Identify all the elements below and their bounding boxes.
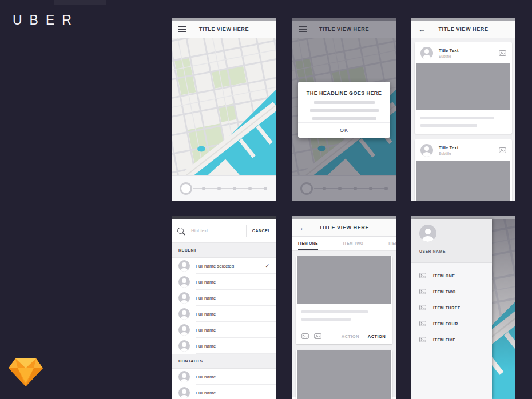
- search-icon: [177, 228, 184, 234]
- row-label: Full name: [196, 328, 216, 333]
- drawer-item-label: ITEM ONE: [433, 274, 455, 278]
- image-icon: [499, 147, 506, 153]
- row-label: Full name: [196, 312, 216, 317]
- avatar: [178, 324, 190, 336]
- slider-dot[interactable]: [217, 187, 221, 190]
- content-card[interactable]: ACTION ACTION: [296, 256, 392, 344]
- screen-map-dialog: TITLE VIEW HERE THE HEADLINE GOES HERE O…: [292, 18, 396, 201]
- list-item[interactable]: Full name: [172, 290, 276, 306]
- card-text-lines: [415, 110, 512, 134]
- cancel-button[interactable]: CANCEL: [252, 229, 271, 233]
- page-title: TITLE VIEW HERE: [172, 26, 276, 32]
- content-card[interactable]: [296, 350, 392, 399]
- hamburger-icon[interactable]: [178, 25, 186, 34]
- image-placeholder: [416, 63, 510, 110]
- timeline-slider: [172, 175, 276, 201]
- slider-dot[interactable]: [264, 187, 267, 190]
- avatar[interactable]: [419, 225, 436, 242]
- drawer-item-label: ITEM TWO: [433, 290, 456, 294]
- nav-drawer: USER NAME ITEM ONE ITEM TWO ITEM THREE: [411, 219, 492, 399]
- check-icon: ✓: [265, 263, 269, 269]
- list-item[interactable]: Full name: [172, 338, 276, 354]
- list-item[interactable]: Full name: [172, 322, 276, 338]
- image-placeholder: [297, 256, 391, 304]
- slider-dot[interactable]: [248, 187, 252, 190]
- drawer-item-three[interactable]: ITEM THREE: [411, 300, 492, 316]
- row-label: Full name: [196, 280, 216, 285]
- action-button-primary[interactable]: ACTION: [368, 334, 386, 339]
- back-icon[interactable]: ←: [418, 26, 426, 33]
- search-input[interactable]: Hint text...: [191, 228, 246, 233]
- image-placeholder: [297, 350, 391, 399]
- list-item-selected[interactable]: Full name selected ✓: [172, 258, 276, 274]
- drawer-profile: USER NAME: [411, 219, 492, 263]
- divider: [246, 225, 247, 237]
- avatar: [420, 47, 433, 59]
- tab-item-one[interactable]: ITEM ONE: [298, 237, 318, 250]
- tab-item-three[interactable]: ITEM THREE: [388, 237, 396, 250]
- list-item[interactable]: Full name: [172, 274, 276, 290]
- ok-button[interactable]: OK: [298, 122, 390, 138]
- avatar: [178, 308, 190, 320]
- alert-dialog: THE HEADLINE GOES HERE OK: [298, 82, 390, 138]
- placeholder-line: [301, 310, 368, 313]
- user-name: USER NAME: [419, 249, 492, 253]
- page-title: TITLE VIEW HERE: [292, 225, 396, 230]
- card-action-row: ACTION ACTION: [296, 328, 392, 344]
- app-bar: ← TITLE VIEW HERE: [411, 21, 515, 38]
- card-header: Title Text Subtitle: [415, 139, 512, 161]
- feed-card[interactable]: Title Text Subtitle: [415, 139, 512, 201]
- placeholder-line: [420, 117, 494, 119]
- drawer-menu: ITEM ONE ITEM TWO ITEM THREE ITEM FOUR I…: [411, 263, 492, 348]
- image-icon: [419, 273, 426, 278]
- drawer-item-one[interactable]: ITEM ONE: [411, 268, 492, 284]
- avatar: [178, 276, 190, 288]
- feed-card[interactable]: Title Text Subtitle: [415, 42, 512, 134]
- card-subtitle: Subtitle: [439, 54, 493, 58]
- list-item[interactable]: Full name: [172, 306, 276, 322]
- map-view: [172, 38, 276, 175]
- drawer-item-five[interactable]: ITEM FIVE: [411, 332, 492, 348]
- placeholder-line: [301, 318, 351, 321]
- drawer-item-label: ITEM THREE: [433, 306, 460, 310]
- screen-tabs-detail: ← TITLE VIEW HERE ITEM ONE ITEM TWO ITEM…: [292, 216, 396, 399]
- screen-nav-drawer: USER NAME ITEM ONE ITEM TWO ITEM THREE: [411, 216, 515, 399]
- list-item[interactable]: Full name: [172, 385, 276, 399]
- card-titles: Title Text Subtitle: [439, 48, 493, 58]
- uber-logo: UBER: [13, 13, 79, 28]
- image-icon[interactable]: [314, 333, 321, 339]
- back-icon[interactable]: ←: [299, 224, 307, 232]
- image-icon: [419, 289, 426, 294]
- slider-dot[interactable]: [233, 187, 236, 190]
- app-bar: ← TITLE VIEW HERE: [292, 219, 396, 237]
- placeholder-line: [420, 124, 477, 127]
- slider-dot[interactable]: [202, 187, 205, 190]
- drawer-item-four[interactable]: ITEM FOUR: [411, 316, 492, 332]
- image-icon: [419, 337, 426, 342]
- card-list: Title Text Subtitle Title Text Subtitle: [411, 38, 515, 201]
- list-item[interactable]: Full name: [172, 369, 276, 385]
- avatar: [178, 340, 190, 352]
- drawer-item-two[interactable]: ITEM TWO: [411, 284, 492, 300]
- drawer-scrim[interactable]: [491, 219, 515, 399]
- action-button-secondary[interactable]: ACTION: [342, 334, 359, 339]
- drawer-item-label: ITEM FOUR: [433, 322, 458, 326]
- avatar: [178, 260, 190, 272]
- card-title: Title Text: [439, 48, 493, 53]
- avatar: [420, 144, 433, 157]
- section-header-contacts: CONTACTS: [172, 354, 276, 369]
- image-icon[interactable]: [301, 333, 309, 339]
- image-placeholder: [416, 161, 510, 201]
- image-icon: [499, 50, 506, 56]
- dialog-headline: THE HEADLINE GOES HERE: [298, 82, 390, 96]
- tab-item-two[interactable]: ITEM TWO: [343, 237, 364, 250]
- screen-search-list: Hint text... CANCEL RECENT Full name sel…: [172, 216, 276, 399]
- text-caret: [189, 227, 189, 234]
- slider-handle[interactable]: [180, 182, 192, 195]
- row-label: Full name selected: [196, 264, 234, 269]
- row-label: Full name: [196, 390, 216, 396]
- hamburger-icon[interactable]: [299, 25, 307, 34]
- card-subtitle: Subtitle: [439, 151, 493, 155]
- drawer-item-label: ITEM FIVE: [433, 338, 456, 342]
- screen-map-home: TITLE VIEW HERE: [172, 18, 276, 201]
